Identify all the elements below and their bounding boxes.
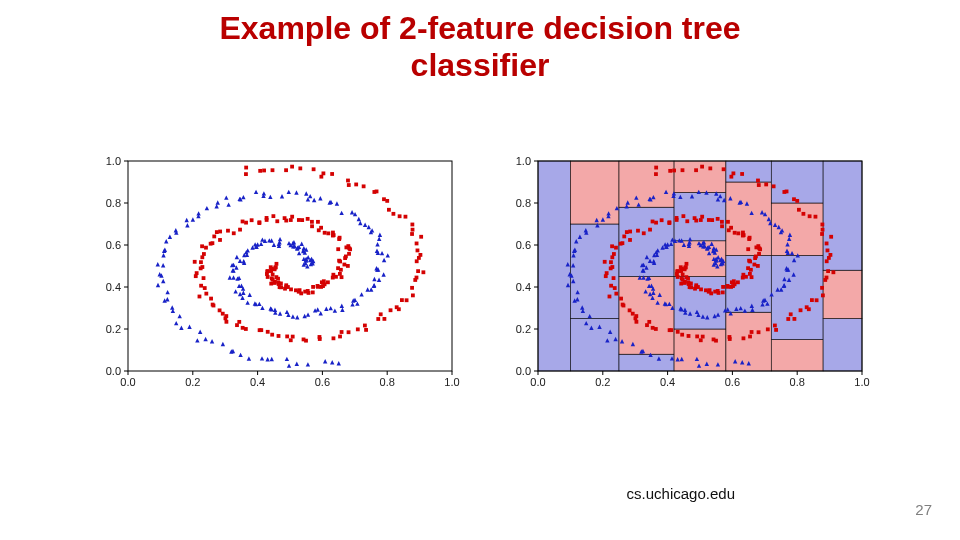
svg-text:0.6: 0.6 [315, 376, 330, 388]
svg-rect-57 [299, 291, 303, 295]
svg-rect-159 [285, 335, 289, 339]
svg-rect-141 [198, 295, 202, 299]
title-line-2: classifier [411, 47, 550, 83]
svg-rect-404 [699, 338, 703, 342]
svg-rect-402 [687, 334, 691, 338]
svg-rect-73 [340, 275, 344, 279]
svg-text:0.8: 0.8 [516, 197, 531, 209]
svg-text:0.6: 0.6 [725, 376, 740, 388]
svg-rect-298 [699, 287, 703, 291]
svg-rect-445 [792, 197, 796, 201]
svg-rect-435 [825, 242, 829, 246]
svg-text:0.8: 0.8 [380, 376, 395, 388]
svg-rect-358 [667, 221, 671, 225]
svg-rect-81 [338, 260, 342, 264]
svg-rect-123 [218, 238, 222, 242]
svg-rect-278 [675, 269, 679, 273]
svg-rect-354 [681, 214, 685, 218]
svg-rect-126 [211, 241, 215, 245]
svg-rect-319 [748, 272, 752, 276]
svg-rect-167 [338, 335, 342, 339]
svg-rect-371 [610, 244, 614, 248]
svg-rect-417 [786, 317, 790, 321]
svg-rect-368 [622, 235, 626, 239]
svg-rect-194 [411, 228, 415, 232]
svg-rect-395 [645, 323, 649, 327]
svg-rect-171 [364, 328, 368, 332]
svg-rect-189 [419, 253, 423, 257]
svg-rect-156 [266, 330, 270, 334]
svg-rect-386 [619, 297, 623, 301]
svg-rect-390 [631, 312, 635, 316]
svg-rect-380 [604, 274, 608, 278]
svg-rect-74 [331, 273, 335, 277]
svg-rect-77 [336, 266, 340, 270]
svg-rect-439 [820, 223, 824, 227]
svg-rect-118 [238, 228, 242, 232]
svg-rect-374 [610, 255, 614, 259]
svg-text:0.6: 0.6 [106, 239, 121, 251]
svg-rect-438 [821, 228, 825, 232]
svg-rect-373 [612, 252, 616, 256]
svg-rect-201 [382, 197, 386, 201]
svg-rect-293 [689, 285, 693, 289]
svg-rect-362 [648, 228, 652, 232]
svg-rect-208 [330, 172, 334, 176]
svg-rect-120 [232, 231, 236, 235]
svg-rect-237 [771, 340, 823, 372]
svg-rect-34 [265, 269, 269, 273]
svg-rect-412 [750, 330, 754, 334]
svg-rect-317 [750, 275, 754, 279]
svg-rect-448 [772, 184, 776, 188]
svg-rect-132 [193, 260, 197, 264]
svg-rect-193 [410, 232, 414, 236]
svg-rect-286 [681, 278, 685, 282]
svg-rect-376 [603, 260, 607, 264]
svg-rect-418 [793, 317, 797, 321]
svg-rect-424 [810, 298, 814, 302]
svg-rect-79 [346, 264, 350, 268]
svg-rect-207 [346, 179, 350, 183]
svg-rect-352 [694, 219, 698, 223]
svg-rect-219 [244, 172, 248, 176]
svg-rect-198 [392, 212, 396, 216]
svg-rect-108 [284, 219, 288, 223]
svg-text:0.2: 0.2 [106, 323, 121, 335]
svg-rect-88 [336, 247, 340, 251]
svg-rect-102 [306, 217, 310, 221]
svg-rect-410 [742, 336, 746, 340]
svg-rect-442 [802, 212, 806, 216]
svg-rect-451 [756, 179, 760, 183]
svg-rect-303 [713, 290, 717, 294]
svg-rect-69 [322, 279, 326, 283]
svg-rect-190 [416, 249, 420, 253]
svg-rect-305 [721, 291, 725, 295]
svg-rect-100 [310, 220, 314, 224]
svg-rect-407 [714, 339, 718, 343]
svg-rect-150 [237, 320, 241, 324]
svg-rect-49 [279, 285, 283, 289]
svg-rect-95 [323, 231, 327, 235]
svg-rect-428 [825, 276, 829, 280]
svg-rect-155 [259, 328, 263, 332]
svg-text:0.0: 0.0 [106, 365, 121, 377]
svg-rect-124 [212, 235, 216, 239]
svg-rect-405 [701, 335, 705, 339]
scatter-plot-left-svg: 0.00.20.40.60.81.00.00.20.40.60.81.0 [90, 155, 460, 395]
svg-rect-296 [694, 283, 698, 287]
svg-rect-431 [825, 259, 829, 263]
svg-rect-160 [289, 338, 293, 342]
svg-rect-91 [338, 236, 342, 240]
svg-rect-224 [619, 354, 674, 371]
svg-rect-106 [289, 218, 293, 222]
svg-text:0.0: 0.0 [530, 376, 545, 388]
svg-rect-274 [683, 266, 687, 270]
svg-rect-384 [614, 292, 618, 296]
svg-text:0.4: 0.4 [516, 281, 531, 293]
svg-rect-383 [613, 286, 617, 290]
svg-rect-99 [316, 220, 320, 224]
svg-rect-449 [764, 183, 768, 187]
svg-rect-184 [415, 276, 419, 280]
svg-rect-119 [226, 229, 230, 233]
svg-rect-173 [376, 317, 380, 321]
